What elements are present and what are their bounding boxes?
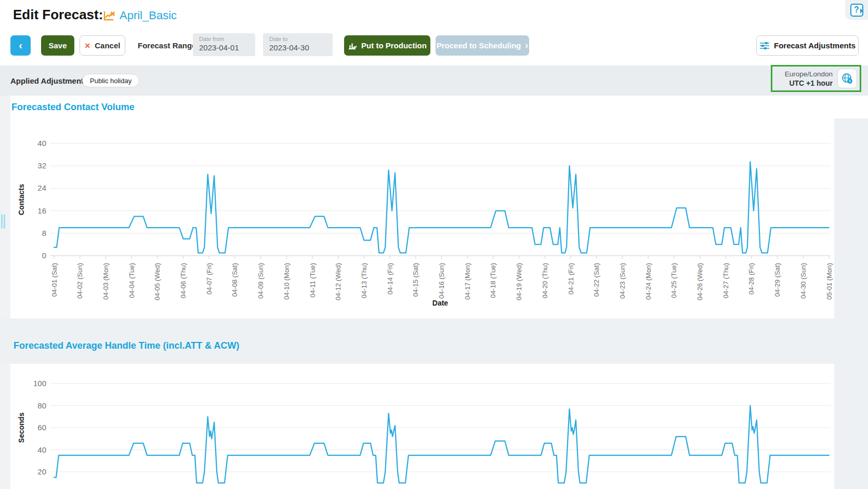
x-tick-label: 04-08 (Sat) bbox=[231, 263, 239, 297]
date-from-value: 2023-04-01 bbox=[199, 43, 249, 52]
production-chart-icon bbox=[348, 41, 357, 50]
contact-volume-line-chart: 081624324004-01 (Sat)04-02 (Sun)04-03 (M… bbox=[11, 118, 834, 319]
chevron-left-icon: ‹ bbox=[19, 39, 22, 51]
x-tick-label: 04-17 (Mon) bbox=[464, 263, 471, 300]
aht-chart-card: 20406080100Seconds bbox=[11, 364, 834, 489]
page-title: Edit Forecast: bbox=[13, 7, 103, 23]
y-tick-label: 40 bbox=[37, 445, 46, 454]
x-tick-label: 04-23 (Sun) bbox=[619, 263, 626, 299]
x-tick-label: 04-07 (Fri) bbox=[205, 263, 213, 295]
y-axis-title: Seconds bbox=[17, 413, 25, 443]
x-tick-label: 04-19 (Wed) bbox=[515, 263, 523, 300]
x-tick-label: 04-28 (Fri) bbox=[747, 263, 755, 295]
save-button[interactable]: Save bbox=[41, 35, 74, 56]
x-tick-label: 04-13 (Thu) bbox=[360, 263, 368, 298]
forecast-line-series bbox=[54, 406, 829, 483]
x-tick-label: 04-30 (Sun) bbox=[799, 263, 807, 299]
sliders-icon bbox=[759, 41, 770, 50]
contact-volume-chart-title: Forecasted Contact Volume bbox=[11, 102, 135, 113]
collapsed-side-panel bbox=[0, 96, 10, 489]
y-tick-label: 80 bbox=[37, 401, 46, 410]
x-tick-label: 04-27 (Thu) bbox=[722, 263, 730, 298]
y-tick-label: 60 bbox=[37, 423, 46, 432]
timezone-globe-button[interactable] bbox=[837, 69, 857, 88]
adjustment-chip-public-holiday[interactable]: Public holiday bbox=[82, 74, 139, 87]
x-tick-label: 04-24 (Mon) bbox=[645, 263, 652, 300]
y-axis-title: Contacts bbox=[17, 184, 25, 215]
forecast-adjustments-label: Forecast Adjustments bbox=[774, 41, 856, 50]
y-tick-label: 20 bbox=[37, 467, 46, 476]
cancel-button[interactable]: ✕ Cancel bbox=[80, 35, 125, 56]
forecast-line-series bbox=[54, 162, 829, 253]
panel-resize-handle[interactable] bbox=[1, 214, 6, 229]
y-tick-label: 0 bbox=[42, 251, 46, 260]
x-tick-label: 04-02 (Sun) bbox=[76, 263, 84, 299]
proceed-to-scheduling-button[interactable]: Proceed to Scheduling › bbox=[436, 35, 529, 56]
forecast-range-label: Forecast Range: bbox=[138, 35, 199, 56]
x-tick-label: 04-15 (Sat) bbox=[412, 263, 419, 297]
y-tick-label: 32 bbox=[37, 161, 46, 170]
close-x-icon: ✕ bbox=[85, 42, 91, 50]
timezone-text: Europe/London UTC +1 hour bbox=[785, 70, 833, 88]
x-tick-label: 05-01 (Mon) bbox=[825, 263, 833, 300]
date-to-value: 2023-04-30 bbox=[269, 43, 326, 52]
proceed-label: Proceed to Scheduling bbox=[437, 41, 521, 50]
x-tick-label: 04-03 (Mon) bbox=[102, 263, 110, 300]
y-tick-label: 8 bbox=[42, 229, 46, 237]
edit-forecast-page: Edit Forecast: April_Basic ? ‹ Save ✕ Ca… bbox=[0, 0, 868, 489]
y-tick-label: 16 bbox=[37, 206, 46, 215]
x-tick-label: 04-26 (Wed) bbox=[696, 263, 704, 300]
x-tick-label: 04-12 (Wed) bbox=[334, 263, 342, 300]
help-icon[interactable]: ? bbox=[850, 4, 863, 17]
y-tick-label: 40 bbox=[37, 139, 46, 148]
timezone-offset: UTC +1 hour bbox=[785, 78, 833, 88]
cancel-button-label: Cancel bbox=[95, 41, 120, 50]
x-tick-label: 04-11 (Tue) bbox=[309, 263, 317, 297]
aht-line-chart: 20406080100Seconds bbox=[11, 364, 834, 489]
x-tick-label: 04-06 (Thu) bbox=[179, 263, 187, 298]
x-tick-label: 04-22 (Sat) bbox=[593, 263, 600, 297]
x-axis-title: Date bbox=[432, 299, 449, 307]
x-tick-label: 04-25 (Tue) bbox=[670, 263, 678, 298]
x-tick-label: 04-04 (Tue) bbox=[128, 263, 136, 298]
date-to-label: Date to bbox=[269, 36, 326, 43]
put-to-production-label: Put to Production bbox=[361, 41, 427, 50]
date-from-field[interactable]: Date from 2023-04-01 bbox=[193, 33, 255, 56]
forecast-chart-icon bbox=[103, 11, 116, 21]
x-tick-label: 04-09 (Sun) bbox=[257, 263, 265, 299]
help-corner-panel: ? bbox=[845, 0, 868, 20]
x-tick-label: 04-29 (Sat) bbox=[773, 263, 781, 297]
x-tick-label: 04-16 (Sun) bbox=[438, 263, 445, 299]
x-tick-label: 04-10 (Mon) bbox=[283, 263, 291, 300]
y-tick-label: 24 bbox=[37, 183, 46, 192]
put-to-production-button[interactable]: Put to Production bbox=[344, 35, 430, 56]
x-tick-label: 04-14 (Fri) bbox=[386, 263, 394, 295]
applied-adjustments-label: Applied Adjustments: bbox=[10, 65, 90, 96]
x-tick-label: 04-01 (Sat) bbox=[50, 263, 58, 297]
contact-volume-chart-card: 081624324004-01 (Sat)04-02 (Sun)04-03 (M… bbox=[11, 118, 834, 319]
right-gutter bbox=[834, 118, 868, 489]
date-from-label: Date from bbox=[199, 36, 249, 43]
x-tick-label: 04-20 (Thu) bbox=[541, 263, 549, 298]
globe-clock-icon bbox=[841, 72, 853, 85]
back-button[interactable]: ‹ bbox=[10, 35, 31, 56]
applied-adjustments-bar: Applied Adjustments: Public holiday Euro… bbox=[0, 65, 868, 96]
timezone-selector: Europe/London UTC +1 hour bbox=[771, 65, 861, 92]
y-tick-label: 100 bbox=[33, 379, 46, 388]
forecast-name-link[interactable]: April_Basic bbox=[120, 9, 177, 22]
x-tick-label: 04-18 (Tue) bbox=[489, 263, 497, 298]
aht-chart-title: Forecasted Average Handle Time (incl.ATT… bbox=[14, 340, 239, 351]
date-to-field[interactable]: Date to 2023-04-30 bbox=[263, 33, 333, 56]
x-tick-label: 04-05 (Wed) bbox=[153, 263, 161, 300]
forecast-adjustments-button[interactable]: Forecast Adjustments bbox=[756, 35, 859, 56]
timezone-region: Europe/London bbox=[785, 70, 833, 78]
x-tick-label: 04-21 (Fri) bbox=[567, 263, 575, 295]
chevron-right-icon: › bbox=[525, 40, 528, 51]
